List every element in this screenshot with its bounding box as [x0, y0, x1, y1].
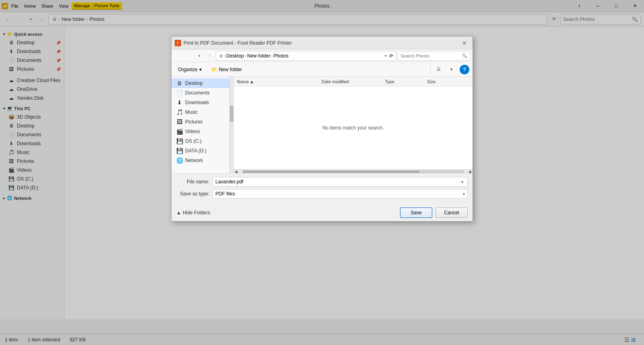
dialog-search-box[interactable]: 🔍	[398, 51, 470, 61]
dialog-sidebar-scrollbar[interactable]	[229, 77, 233, 173]
dialog-h-scrollbar[interactable]: ◀ ▶	[234, 169, 473, 173]
save-as-label: Save as type:	[176, 191, 213, 197]
d-drive-c-icon: 💾	[176, 138, 183, 144]
save-as-arrow-icon[interactable]: ▾	[463, 192, 465, 196]
view-arrow-button[interactable]: ▾	[447, 65, 456, 74]
save-as-row: Save as type: PDF files ▾	[176, 189, 468, 199]
cancel-button[interactable]: Cancel	[436, 207, 468, 218]
h-scroll-left-button[interactable]: ◀	[234, 170, 238, 174]
organize-arrow-icon: ▾	[199, 67, 202, 72]
dialog-sidebar-network[interactable]: 🌐 Network	[171, 156, 233, 165]
d-music-icon: 🎵	[176, 109, 183, 115]
dialog-sidebar-downloads[interactable]: ⬇ Downloads	[171, 98, 233, 107]
d-pictures-icon: 🖼	[176, 119, 183, 125]
save-button[interactable]: Save	[400, 207, 432, 218]
save-as-value: PDF files	[215, 191, 235, 197]
dialog-search-input[interactable]	[400, 53, 462, 58]
dialog-addr-newfolder: New folder	[247, 53, 270, 59]
file-name-dropdown-icon[interactable]: ▾	[460, 180, 465, 184]
ribbon-separator	[430, 66, 431, 74]
dialog-sidebar-music[interactable]: 🎵 Music	[171, 107, 233, 117]
dialog-recent-button[interactable]: ▾	[195, 51, 204, 60]
save-as-dropdown[interactable]: PDF files ▾	[213, 189, 468, 199]
dialog-refresh-button[interactable]: ⟳	[389, 53, 393, 59]
dialog-addr-desktop: Desktop	[226, 53, 244, 59]
dialog-addr-photos: Photos	[273, 53, 288, 59]
dialog-close-button[interactable]: ✕	[460, 38, 469, 48]
dialog-ribbon: Organize ▾ 📁 New folder ☰ ▾ ?	[171, 62, 473, 77]
dialog-title: Print to PDF Document - Foxit Reader PDF…	[184, 40, 457, 46]
d-desktop-icon: 🖥	[176, 80, 183, 86]
h-scroll-thumb	[243, 170, 419, 173]
col-name-header[interactable]: Name ▲	[237, 79, 322, 84]
dialog-back-button[interactable]: ←	[174, 51, 183, 60]
organize-button[interactable]: Organize ▾	[175, 66, 205, 74]
file-name-input[interactable]	[215, 179, 460, 185]
col-date-header[interactable]: Date modified	[322, 79, 385, 84]
help-button[interactable]: ?	[460, 65, 469, 74]
file-name-field[interactable]: ▾	[213, 177, 468, 187]
col-size-header[interactable]: Size	[427, 79, 469, 84]
dialog-body: 🖥 Desktop 📄 Documents ⬇ Downloads 🎵 Musi…	[171, 77, 473, 173]
dialog-up-button[interactable]: ↑	[205, 51, 214, 60]
dialog-addr-sep2: ›	[245, 53, 246, 59]
d-videos-icon: 🎬	[176, 128, 183, 135]
dialog-search-icon: 🔍	[462, 53, 467, 58]
dialog-sidebar-videos[interactable]: 🎬 Videos	[171, 127, 233, 136]
dialog-addr-dropdown[interactable]: ▾	[385, 54, 387, 58]
dialog-forward-button[interactable]: →	[184, 51, 193, 60]
dialog-sidebar-pictures[interactable]: 🖼 Pictures	[171, 117, 233, 127]
dialog-sidebar-osc[interactable]: 💾 OS (C:)	[171, 136, 233, 146]
modal-overlay: F Print to PDF Document - Foxit Reader P…	[0, 0, 644, 345]
dialog-form: File name: ▾ Save as type: PDF files ▾	[171, 173, 473, 204]
dialog-title-bar: F Print to PDF Document - Foxit Reader P…	[171, 37, 473, 49]
dialog-addr-pc: 🖥	[219, 53, 223, 58]
dialog-app-icon: F	[175, 40, 181, 46]
new-folder-icon: 📁	[211, 67, 217, 72]
d-downloads-icon: ⬇	[176, 99, 183, 106]
table-header: Name ▲ Date modified Type Size	[234, 77, 473, 86]
dialog-sidebar: 🖥 Desktop 📄 Documents ⬇ Downloads 🎵 Musi…	[171, 77, 234, 173]
dialog-sidebar-documents[interactable]: 📄 Documents	[171, 88, 233, 98]
new-folder-button[interactable]: 📁 New folder	[208, 66, 245, 74]
dialog-addr-sep1: ›	[224, 53, 225, 59]
dialog-addr-sep3: ›	[271, 53, 272, 59]
sort-arrow-icon: ▲	[250, 79, 254, 84]
dialog-sidebar-datad[interactable]: 💾 DATA (D:)	[171, 146, 233, 156]
h-scroll-right-button[interactable]: ▶	[469, 170, 473, 174]
view-button[interactable]: ☰	[434, 65, 444, 74]
file-name-row: File name: ▾	[176, 177, 468, 187]
dialog-content: Name ▲ Date modified Type Size No item	[234, 77, 473, 173]
h-scroll-track	[243, 170, 464, 173]
d-documents-icon: 📄	[176, 90, 183, 96]
dialog-actions: ▲ Hide Folders Save Cancel	[171, 204, 473, 221]
hide-folders-arrow-icon: ▲	[176, 210, 181, 216]
d-drive-d-icon: 💾	[176, 148, 183, 154]
col-type-header[interactable]: Type	[385, 79, 427, 84]
empty-message: No items match your search.	[234, 86, 473, 169]
hide-folders-label: Hide Folders	[183, 210, 210, 216]
dialog-address-bar[interactable]: 🖥 › Desktop › New folder › Photos ▾ ⟳	[216, 51, 396, 61]
dialog-sidebar-desktop[interactable]: 🖥 Desktop	[171, 78, 233, 88]
d-network-icon: 🌐	[176, 157, 183, 164]
dialog-sidebar-scrollbar-thumb	[230, 106, 233, 122]
hide-folders-button[interactable]: ▲ Hide Folders	[176, 210, 210, 216]
file-name-label: File name:	[176, 179, 213, 185]
print-dialog: F Print to PDF Document - Foxit Reader P…	[171, 36, 473, 222]
dialog-toolbar: ← → ▾ ↑ 🖥 › Desktop › New folder › Photo…	[171, 49, 473, 62]
